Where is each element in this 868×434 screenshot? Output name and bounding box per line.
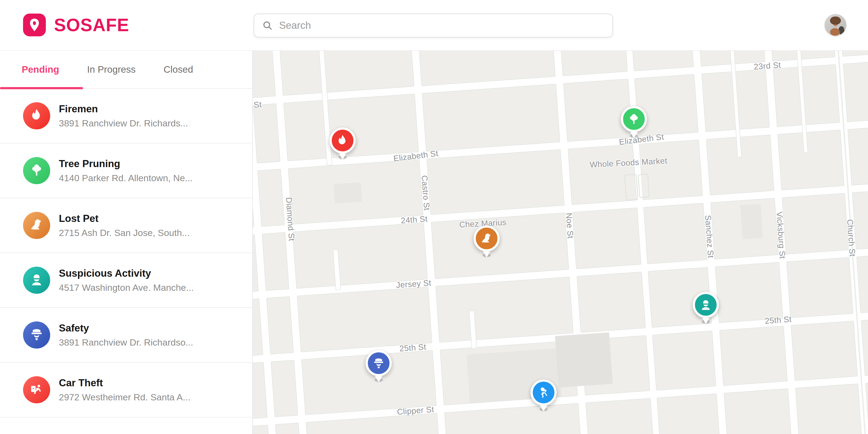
incident-row[interactable]: Firemen 3891 Ranchview Dr. Richards...	[0, 89, 252, 144]
masked-person-icon	[693, 292, 719, 318]
top-bar: SOSAFE Search	[0, 0, 868, 51]
flame-icon	[330, 127, 355, 154]
sosafe-shield-pin-icon	[23, 13, 46, 36]
incident-list: Firemen 3891 Ranchview Dr. Richards... T…	[0, 89, 252, 417]
incident-address: 4517 Washington Ave. Manche...	[59, 282, 194, 293]
car-theft-badge	[23, 376, 50, 403]
street-label: Vicksburg St	[775, 211, 787, 259]
incident-type: Firemen	[59, 103, 188, 115]
flame-icon	[29, 108, 44, 124]
incident-row[interactable]: Lost Pet 2715 Ash Dr. San Jose, South...	[0, 198, 252, 253]
tree-icon	[29, 163, 44, 179]
incident-address: 4140 Parker Rd. Allentown, Ne...	[59, 173, 193, 183]
map-canvas[interactable]: 23rd StStElizabeth StElizabeth St24th St…	[253, 51, 868, 434]
user-avatar[interactable]	[825, 14, 846, 36]
police-cap-icon	[29, 327, 44, 343]
street-label: St	[253, 100, 262, 110]
tab-pending[interactable]: Pending	[22, 64, 59, 75]
incident-type: Tree Pruning	[59, 158, 193, 169]
cat-icon	[29, 218, 44, 233]
incident-type: Car Theft	[59, 377, 190, 389]
police-cap-badge	[23, 321, 50, 348]
street-label: 24th St	[401, 214, 428, 225]
police-cap-icon	[366, 350, 392, 376]
street-label: Diamond St	[284, 197, 296, 241]
street-label: Sanchez St	[703, 215, 716, 258]
cat-icon	[474, 225, 500, 251]
street-label: Clipper St	[397, 405, 435, 416]
search-input[interactable]: Search	[254, 13, 613, 37]
place-label: Whole Foods Market	[589, 156, 667, 169]
flame-badge	[23, 102, 50, 129]
incident-row[interactable]: Safety 3891 Ranchview Dr. Richardso...	[0, 308, 252, 363]
incident-row[interactable]: Tree Pruning 4140 Parker Rd. Allentown, …	[0, 144, 252, 198]
brand-logo: SOSAFE	[23, 13, 129, 36]
incident-type: Safety	[59, 322, 193, 334]
tree-badge	[23, 157, 50, 184]
masked-person-badge	[23, 267, 50, 294]
status-tabs: Pending In Progress Closed	[0, 51, 252, 89]
search-placeholder: Search	[279, 20, 311, 31]
search-icon	[262, 20, 273, 31]
street-label: Jersey St	[396, 278, 432, 290]
incident-row[interactable]: Suspicious Activity 4517 Washington Ave.…	[0, 253, 252, 308]
incident-type: Suspicious Activity	[59, 268, 194, 279]
car-theft-icon	[29, 382, 44, 398]
incident-address: 2715 Ash Dr. San Jose, South...	[59, 227, 190, 238]
street-label: 23rd St	[753, 61, 781, 72]
map-overlay: 23rd StStElizabeth StElizabeth St24th St…	[253, 51, 868, 434]
incident-type: Lost Pet	[59, 213, 190, 224]
incident-address: 3891 Ranchview Dr. Richards...	[59, 118, 188, 129]
incident-address: 2972 Westheimer Rd. Santa A...	[59, 392, 190, 403]
incident-row[interactable]: Car Theft 2972 Westheimer Rd. Santa A...	[0, 363, 252, 417]
cat-badge	[23, 212, 50, 239]
street-label: Church St	[845, 219, 857, 257]
street-label: Castro St	[420, 175, 432, 211]
street-label: 25th St	[765, 315, 792, 326]
masked-person-icon	[29, 272, 44, 288]
street-label: Noe St	[564, 213, 575, 239]
running-thief-icon	[531, 379, 557, 405]
street-label: Elizabeth St	[619, 132, 664, 147]
incident-panel: Pending In Progress Closed Firemen 3891 …	[0, 51, 253, 434]
incident-address: 3891 Ranchview Dr. Richardso...	[59, 337, 193, 348]
tree-icon	[621, 106, 647, 132]
street-label: Elizabeth St	[393, 149, 439, 163]
active-tab-indicator	[0, 87, 83, 89]
street-label: 25th St	[399, 342, 427, 353]
tab-in-progress[interactable]: In Progress	[87, 64, 135, 75]
tab-closed[interactable]: Closed	[163, 64, 193, 75]
brand-name: SOSAFE	[54, 14, 129, 35]
